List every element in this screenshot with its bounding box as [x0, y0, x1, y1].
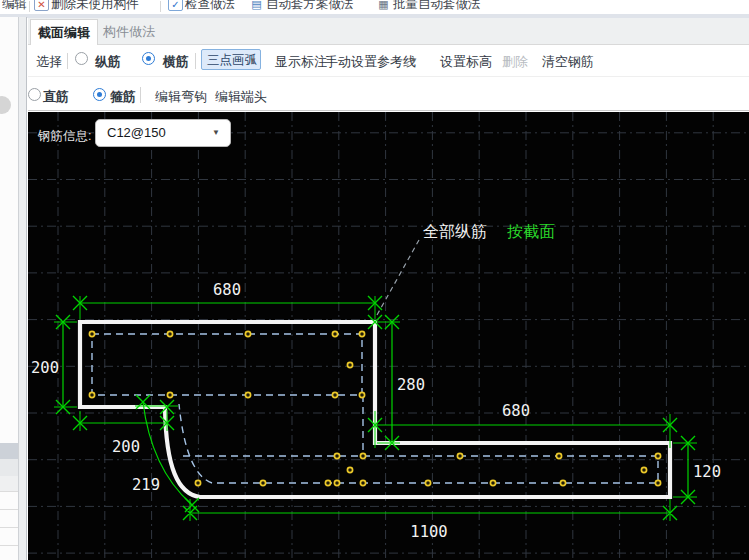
select-tool[interactable]: 选择 [36, 53, 62, 71]
dim-slab-thickness: 120 [693, 463, 721, 481]
dim-total-width: 1100 [410, 523, 447, 541]
rebar-point[interactable] [425, 480, 430, 485]
rebar-point[interactable] [332, 331, 337, 336]
toolbar-item-clipped[interactable]: 编辑 [2, 0, 27, 12]
callout-all-longitudinal: 全部纵筋 [423, 223, 487, 240]
top-toolbar: 编辑 ✕ 删除未使用构件 ✓ 检查做法 ▤ 自动套方案做法 ▦ 批量自动套做法 [0, 0, 749, 14]
rebar-point[interactable] [359, 331, 364, 336]
check-method-icon: ✓ [168, 0, 183, 11]
rebar-point[interactable] [325, 480, 330, 485]
rebar-point[interactable] [332, 392, 337, 397]
edit-hook-button[interactable]: 编辑弯钩 [155, 88, 207, 106]
rebar-toolbar: 选择 纵筋 横筋 三点画弧 ▼ 显示标注 手动设置参考线 ▼ 设置标高 删除 清… [28, 45, 749, 77]
rebar-point[interactable] [556, 453, 561, 458]
toolbar-item-auto-apply[interactable]: 自动套方案做法 [266, 0, 354, 12]
rebar-info-label: 钢筋信息: [38, 128, 91, 145]
set-elevation-button[interactable]: 设置标高 [440, 53, 492, 71]
left-table-line [0, 545, 18, 546]
left-table-line [0, 527, 18, 528]
toolbar-separator [67, 53, 68, 69]
rebar-point[interactable] [89, 392, 94, 397]
rebar-point[interactable] [334, 453, 339, 458]
callout-leader-line [377, 240, 419, 315]
rebar-point[interactable] [641, 467, 646, 472]
rebar-point[interactable] [245, 331, 250, 336]
radio-straight[interactable] [28, 88, 41, 101]
dim-lower-width: 680 [502, 402, 530, 420]
toolbar-separator [195, 53, 196, 69]
rebar-point[interactable] [490, 480, 495, 485]
left-scroll-strip[interactable] [19, 17, 27, 560]
chevron-down-icon[interactable]: ▼ [410, 56, 418, 65]
rebar-spec-value: C12@150 [107, 120, 166, 146]
dim-top-width: 680 [213, 281, 241, 299]
rebar-point[interactable] [167, 392, 172, 397]
rebar-point[interactable] [359, 392, 364, 397]
chevron-down-icon: ▼ [212, 120, 220, 146]
radio-transverse-label[interactable]: 横筋 [163, 53, 189, 71]
dim-left-height: 200 [31, 359, 59, 377]
rebar-point[interactable] [89, 331, 94, 336]
toolbar-separator [140, 87, 141, 103]
rebar-spec-dropdown[interactable]: C12@150 ▼ [95, 119, 231, 147]
rebar-point[interactable] [360, 480, 365, 485]
radio-straight-label[interactable]: 直筋 [43, 88, 69, 106]
rebar-point[interactable] [347, 362, 352, 367]
left-table-line [0, 509, 18, 510]
rebar-point[interactable] [347, 467, 352, 472]
delete-button[interactable]: 删除 [502, 53, 528, 71]
delete-unused-icon: ✕ [34, 0, 49, 11]
chevron-down-icon: ▼ [249, 51, 257, 71]
rebar-point[interactable] [560, 480, 565, 485]
callout-by-section[interactable]: 按截面 [507, 223, 555, 240]
clear-rebar-button[interactable]: 清空钢筋 [542, 53, 594, 71]
left-table-subheader [0, 459, 18, 476]
manual-reference-button[interactable]: 手动设置参考线 [325, 53, 416, 71]
section-canvas[interactable]: 680 200 280 680 200 219 120 1100 全部纵筋 按截… [28, 112, 749, 560]
rebar-point[interactable] [655, 480, 660, 485]
rebar-point[interactable] [655, 453, 660, 458]
dim-step-width: 200 [112, 438, 140, 456]
batch-auto-apply-icon: ▦ [377, 0, 390, 10]
radio-stirrup-label[interactable]: 箍筋 [110, 88, 136, 106]
show-annotation-button[interactable]: 显示标注 [275, 53, 327, 71]
section-canvas-panel: 680 200 280 680 200 219 120 1100 全部纵筋 按截… [28, 112, 749, 560]
left-table-line [0, 491, 18, 492]
rebar-point[interactable] [334, 480, 339, 485]
app-window: 编辑 ✕ 删除未使用构件 ✓ 检查做法 ▤ 自动套方案做法 ▦ 批量自动套做法 … [0, 0, 749, 560]
tab-section-edit[interactable]: 截面编辑 [30, 19, 98, 45]
dim-arc-radius: 219 [132, 476, 160, 494]
three-point-arc-button[interactable]: 三点画弧 ▼ [201, 49, 261, 70]
tab-bar: 截面编辑 构件做法 [28, 18, 749, 45]
stirrup-toolbar: 直筋 箍筋 编辑弯钩 编辑端头 [28, 77, 749, 111]
rebar-point[interactable] [167, 331, 172, 336]
edit-end-button[interactable]: 编辑端头 [215, 88, 267, 106]
left-table-row [0, 476, 18, 491]
radio-transverse[interactable] [142, 52, 155, 65]
rebar-point[interactable] [457, 453, 462, 458]
toolbar-item-batch-auto-apply[interactable]: 批量自动套做法 [393, 0, 481, 12]
auto-apply-icon: ▤ [250, 0, 263, 10]
toolbar-separator [160, 1, 161, 12]
radio-longitudinal[interactable] [75, 52, 88, 65]
toolbar-item-delete-unused[interactable]: 删除未使用构件 [51, 0, 139, 12]
radio-stirrup[interactable] [93, 88, 106, 101]
toolbar-item-check-method[interactable]: 检查做法 [185, 0, 235, 12]
radio-longitudinal-label[interactable]: 纵筋 [95, 53, 121, 71]
dim-right-height: 280 [397, 376, 425, 394]
rebar-point[interactable] [360, 453, 365, 458]
left-table-header [0, 443, 18, 459]
toolbar-separator [29, 1, 30, 12]
section-outline[interactable] [80, 322, 670, 497]
tab-component-method[interactable]: 构件做法 [98, 19, 160, 44]
rebar-point[interactable] [260, 480, 265, 485]
rebar-point[interactable] [245, 392, 250, 397]
rebar-point[interactable] [195, 480, 200, 485]
